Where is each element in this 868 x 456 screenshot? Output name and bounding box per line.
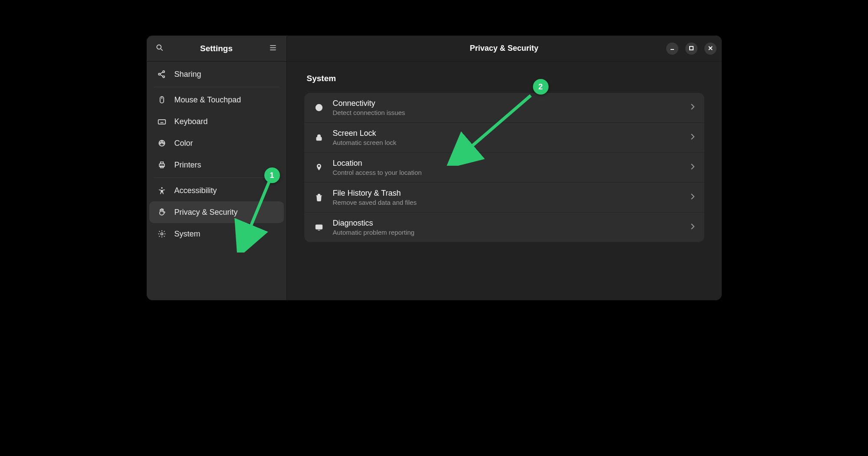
minimize-icon bbox=[670, 45, 675, 52]
minimize-button[interactable] bbox=[666, 43, 678, 55]
mouse-icon bbox=[157, 95, 167, 105]
main-body: System Connectivity Detect connection is… bbox=[287, 62, 722, 300]
accessibility-icon bbox=[157, 186, 167, 195]
sidebar-separator bbox=[154, 87, 279, 87]
row-subtitle: Detect connection issues bbox=[333, 109, 682, 116]
trash-icon bbox=[314, 192, 324, 203]
sidebar-item-label: Mouse & Touchpad bbox=[174, 95, 241, 105]
sidebar-item-system[interactable]: System bbox=[149, 223, 284, 245]
sidebar-item-label: Privacy & Security bbox=[174, 208, 238, 217]
sidebar-item-mouse[interactable]: Mouse & Touchpad bbox=[149, 89, 284, 111]
row-title: File History & Trash bbox=[333, 189, 682, 198]
sidebar-item-color[interactable]: Color bbox=[149, 132, 284, 154]
maximize-button[interactable] bbox=[685, 43, 697, 55]
row-text: Diagnostics Automatic problem reporting bbox=[333, 219, 682, 236]
row-subtitle: Remove saved data and files bbox=[333, 199, 682, 206]
row-title: Location bbox=[333, 159, 682, 168]
svg-rect-12 bbox=[158, 120, 165, 124]
sidebar-item-sharing[interactable]: Sharing bbox=[149, 63, 284, 85]
diagnostics-icon bbox=[314, 222, 324, 233]
globe-icon bbox=[314, 102, 324, 113]
svg-line-1 bbox=[161, 49, 162, 50]
row-title: Screen Lock bbox=[333, 129, 682, 138]
location-pin-icon bbox=[314, 162, 324, 173]
sidebar-list: Sharing Mouse & Touchpad Keyboard Color bbox=[147, 62, 286, 300]
chevron-right-icon bbox=[690, 193, 695, 202]
row-screenlock[interactable]: Screen Lock Automatic screen lock bbox=[304, 123, 704, 153]
settings-window: Settings Sharing Mouse & Touchpad bbox=[147, 36, 722, 300]
main-header: Privacy & Security bbox=[287, 36, 722, 62]
section-title: System bbox=[304, 74, 704, 83]
svg-line-8 bbox=[160, 72, 163, 74]
row-subtitle: Control access to your location bbox=[333, 169, 682, 176]
svg-point-26 bbox=[161, 233, 163, 235]
svg-point-21 bbox=[160, 142, 161, 144]
sidebar-item-printers[interactable]: Printers bbox=[149, 154, 284, 176]
svg-point-0 bbox=[157, 45, 161, 49]
chevron-right-icon bbox=[690, 103, 695, 112]
sidebar-title: Settings bbox=[200, 44, 233, 53]
row-subtitle: Automatic problem reporting bbox=[333, 229, 682, 236]
row-title: Connectivity bbox=[333, 99, 682, 108]
chevron-right-icon bbox=[690, 133, 695, 142]
row-connectivity[interactable]: Connectivity Detect connection issues bbox=[304, 93, 704, 123]
row-text: Location Control access to your location bbox=[333, 159, 682, 176]
lock-icon bbox=[314, 132, 324, 143]
setting-rows: Connectivity Detect connection issues Sc… bbox=[304, 93, 704, 242]
page-title: Privacy & Security bbox=[470, 44, 538, 53]
sidebar-item-label: System bbox=[174, 230, 201, 239]
row-text: Connectivity Detect connection issues bbox=[333, 99, 682, 116]
svg-point-25 bbox=[161, 187, 162, 189]
maximize-icon bbox=[689, 45, 694, 52]
hand-icon bbox=[157, 207, 167, 217]
chevron-right-icon bbox=[690, 223, 695, 232]
sidebar-item-label: Color bbox=[174, 139, 193, 148]
menu-button[interactable] bbox=[266, 42, 280, 56]
svg-rect-28 bbox=[690, 46, 693, 50]
close-button[interactable] bbox=[704, 43, 717, 55]
svg-rect-32 bbox=[316, 137, 322, 141]
sidebar-header: Settings bbox=[147, 36, 286, 62]
window-controls bbox=[666, 43, 717, 55]
close-icon bbox=[708, 45, 713, 52]
row-location[interactable]: Location Control access to your location bbox=[304, 153, 704, 183]
sidebar-item-keyboard[interactable]: Keyboard bbox=[149, 111, 284, 132]
row-filehistory[interactable]: File History & Trash Remove saved data a… bbox=[304, 183, 704, 213]
row-title: Diagnostics bbox=[333, 219, 682, 228]
sidebar-item-label: Accessibility bbox=[174, 186, 217, 195]
sidebar-separator bbox=[154, 177, 279, 178]
svg-rect-23 bbox=[160, 162, 163, 164]
share-icon bbox=[157, 69, 167, 79]
search-button[interactable] bbox=[153, 42, 167, 56]
sidebar: Settings Sharing Mouse & Touchpad bbox=[147, 36, 287, 300]
search-icon bbox=[155, 43, 164, 54]
gear-icon bbox=[157, 229, 167, 239]
row-diagnostics[interactable]: Diagnostics Automatic problem reporting bbox=[304, 213, 704, 242]
row-text: File History & Trash Remove saved data a… bbox=[333, 189, 682, 206]
row-subtitle: Automatic screen lock bbox=[333, 139, 682, 146]
hamburger-icon bbox=[269, 43, 277, 54]
svg-line-9 bbox=[160, 75, 163, 76]
main-panel: Privacy & Security System bbox=[287, 36, 722, 300]
color-icon bbox=[157, 138, 167, 148]
chevron-right-icon bbox=[690, 163, 695, 172]
keyboard-icon bbox=[157, 117, 167, 126]
svg-point-19 bbox=[161, 141, 162, 142]
printer-icon bbox=[157, 160, 167, 170]
sidebar-item-label: Printers bbox=[174, 161, 201, 170]
sidebar-item-privacy[interactable]: Privacy & Security bbox=[149, 201, 284, 223]
sidebar-item-accessibility[interactable]: Accessibility bbox=[149, 180, 284, 201]
sidebar-item-label: Keyboard bbox=[174, 117, 208, 126]
row-text: Screen Lock Automatic screen lock bbox=[333, 129, 682, 146]
sidebar-item-label: Sharing bbox=[174, 70, 201, 79]
svg-point-20 bbox=[162, 142, 164, 144]
